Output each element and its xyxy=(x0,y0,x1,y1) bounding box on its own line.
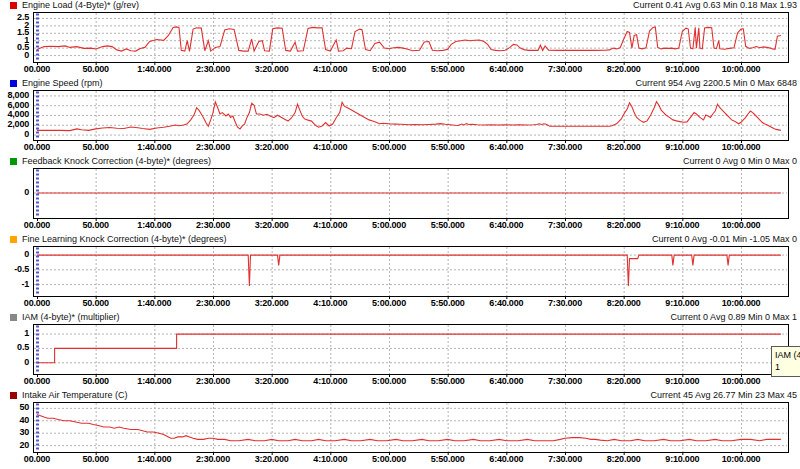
y-tick-label: 30 xyxy=(0,427,29,437)
x-tick-label: 50.000 xyxy=(66,298,126,308)
chart-header-engine-load: Engine Load (4-Byte)* (g/rev)Current 0.4… xyxy=(0,0,800,12)
chart-header-feedback-knock-correction: Feedback Knock Correction (4-byte)* (deg… xyxy=(0,156,800,168)
x-tick-label: 10:00.000 xyxy=(711,64,771,74)
tooltip-value: 1 xyxy=(775,361,800,373)
x-tick-label: 5:00.000 xyxy=(359,142,419,152)
x-tick-label: 9:10.000 xyxy=(652,298,712,308)
chart-header-engine-speed: Engine Speed (rpm)Current 954 Avg 2200.5… xyxy=(0,78,800,90)
chart-stats: Current 45 Avg 26.77 Min 23 Max 45 xyxy=(651,390,797,401)
plot-area-iam[interactable] xyxy=(0,324,800,379)
chart-stats: Current 0 Avg 0.89 Min 0 Max 1 xyxy=(671,312,797,323)
chart-row-engine-load: Engine Load (4-Byte)* (g/rev)Current 0.4… xyxy=(0,0,800,78)
x-tick-label: 10:00.000 xyxy=(711,220,771,230)
x-tick-label: 50.000 xyxy=(66,454,126,464)
series-line-engine-load xyxy=(37,27,781,52)
plot-area-feedback-knock-correction[interactable] xyxy=(0,168,800,223)
y-tick-label: 6,000 xyxy=(0,100,29,110)
x-tick-label: 5:00.000 xyxy=(359,64,419,74)
x-tick-label: 5:50.000 xyxy=(418,220,478,230)
x-tick-label: 8:20.000 xyxy=(594,64,654,74)
x-tick-label: 1:40.000 xyxy=(124,142,184,152)
series-line-fine-learning-knock-correction xyxy=(37,255,781,286)
plot-area-fine-learning-knock-correction[interactable] xyxy=(0,246,800,301)
chart-row-intake-air-temperature: Intake Air Temperature (C)Current 45 Avg… xyxy=(0,390,800,468)
y-tick-label: -0.5 xyxy=(0,264,29,274)
x-tick-label: 8:20.000 xyxy=(594,142,654,152)
x-tick-label: 3:20.000 xyxy=(242,376,302,386)
x-tick-label: 5:50.000 xyxy=(418,64,478,74)
x-tick-label: 9:10.000 xyxy=(652,142,712,152)
x-tick-label: 5:00.000 xyxy=(359,376,419,386)
x-tick-label: 00.000 xyxy=(7,454,67,464)
x-tick-label: 4:10.000 xyxy=(300,454,360,464)
x-tick-label: 00.000 xyxy=(7,376,67,386)
logger-graph-window: { "page": { "background": "#ffffff", "li… xyxy=(0,0,800,469)
x-tick-label: 5:50.000 xyxy=(418,454,478,464)
chart-stats: Current 954 Avg 2200.5 Min 0 Max 6848 xyxy=(636,78,797,89)
x-tick-label: 00.000 xyxy=(7,298,67,308)
y-tick-label: 4,000 xyxy=(0,109,29,119)
x-tick-label: 5:50.000 xyxy=(418,142,478,152)
y-tick-label: 20 xyxy=(0,440,29,450)
x-tick-label: 1:40.000 xyxy=(124,376,184,386)
x-tick-label: 3:20.000 xyxy=(242,142,302,152)
x-tick-label: 8:20.000 xyxy=(594,220,654,230)
x-tick-label: 7:30.000 xyxy=(535,376,595,386)
x-tick-label: 5:50.000 xyxy=(418,376,478,386)
y-tick-label: 0 xyxy=(0,129,29,139)
chart-title: IAM (4-byte)* (multiplier) xyxy=(22,312,120,323)
y-tick-label: 2,000 xyxy=(0,119,29,129)
legend-swatch-icon xyxy=(10,314,17,321)
x-tick-label: 2:30.000 xyxy=(183,454,243,464)
x-tick-label: 7:30.000 xyxy=(535,454,595,464)
x-tick-label: 3:20.000 xyxy=(242,220,302,230)
chart-title: Engine Load (4-Byte)* (g/rev) xyxy=(22,0,139,11)
y-tick-label: 40 xyxy=(0,415,29,425)
chart-stats: Current 0 Avg 0 Min 0 Max 0 xyxy=(683,156,797,167)
y-tick-label: 8,000 xyxy=(0,90,29,100)
plot-area-engine-speed[interactable] xyxy=(0,90,800,145)
x-tick-label: 3:20.000 xyxy=(242,64,302,74)
x-tick-label: 4:10.000 xyxy=(300,142,360,152)
x-tick-label: 6:40.000 xyxy=(476,142,536,152)
chart-row-fine-learning-knock-correction: Fine Learning Knock Correction (4-byte)*… xyxy=(0,234,800,312)
y-tick-label: 0 xyxy=(0,187,29,197)
x-tick-label: 2:30.000 xyxy=(183,64,243,74)
x-tick-label: 2:30.000 xyxy=(183,376,243,386)
x-tick-label: 4:10.000 xyxy=(300,376,360,386)
y-tick-label: 1 xyxy=(0,328,29,338)
y-tick-label: -1 xyxy=(0,279,29,289)
x-tick-label: 5:00.000 xyxy=(359,454,419,464)
y-tick-label: 0 xyxy=(0,357,29,367)
x-tick-label: 10:00.000 xyxy=(711,376,771,386)
chart-title: Fine Learning Knock Correction (4-byte)*… xyxy=(22,234,227,245)
x-tick-label: 4:10.000 xyxy=(300,64,360,74)
x-tick-label: 6:40.000 xyxy=(476,220,536,230)
x-tick-label: 9:10.000 xyxy=(652,376,712,386)
x-tick-label: 8:20.000 xyxy=(594,376,654,386)
x-tick-label: 3:20.000 xyxy=(242,454,302,464)
y-tick-label: 0 xyxy=(0,249,29,259)
chart-row-feedback-knock-correction: Feedback Knock Correction (4-byte)* (deg… xyxy=(0,156,800,234)
chart-title: Engine Speed (rpm) xyxy=(22,78,103,89)
x-tick-label: 50.000 xyxy=(66,220,126,230)
plot-area-engine-load[interactable] xyxy=(0,12,800,67)
x-tick-label: 10:00.000 xyxy=(711,454,771,464)
x-tick-label: 00.000 xyxy=(7,142,67,152)
x-tick-label: 6:40.000 xyxy=(476,376,536,386)
chart-header-iam: IAM (4-byte)* (multiplier)Current 0 Avg … xyxy=(0,312,800,324)
x-tick-label: 50.000 xyxy=(66,142,126,152)
x-tick-label: 2:30.000 xyxy=(183,220,243,230)
x-tick-label: 7:30.000 xyxy=(535,64,595,74)
x-tick-label: 50.000 xyxy=(66,376,126,386)
x-tick-label: 9:10.000 xyxy=(652,220,712,230)
x-tick-label: 00.000 xyxy=(7,64,67,74)
plot-area-intake-air-temperature[interactable] xyxy=(0,402,800,457)
legend-swatch-icon xyxy=(10,80,17,87)
chart-header-intake-air-temperature: Intake Air Temperature (C)Current 45 Avg… xyxy=(0,390,800,402)
chart-header-fine-learning-knock-correction: Fine Learning Knock Correction (4-byte)*… xyxy=(0,234,800,246)
legend-swatch-icon xyxy=(10,2,17,9)
x-tick-label: 6:40.000 xyxy=(476,454,536,464)
x-tick-label: 7:30.000 xyxy=(535,142,595,152)
chart-stats: Current 0 Avg -0.01 Min -1.05 Max 0 xyxy=(652,234,797,245)
